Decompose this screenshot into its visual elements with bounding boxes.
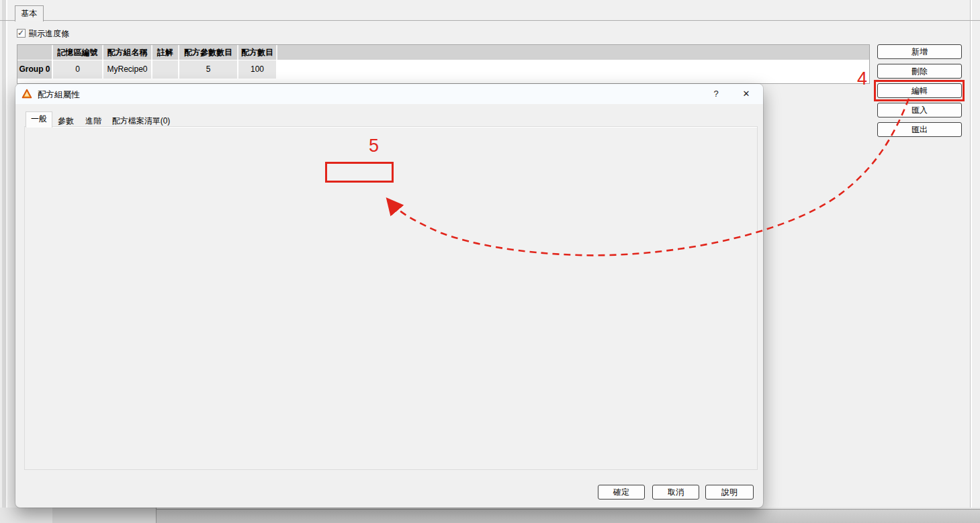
column-header: 註解 <box>152 45 179 60</box>
tab-advanced[interactable]: 進階 <box>81 113 105 126</box>
recipe-group-properties-dialog: 配方組屬性 ? ✕ 一般 參數 進階 配方檔案清單(0) 基本 群組名稱 MyR… <box>15 84 763 508</box>
bottom-shaded-area <box>157 510 980 523</box>
cancel-button[interactable]: 取消 <box>652 485 699 500</box>
flask-icon <box>21 89 32 99</box>
app-window: 基本 顯示進度條 記憶區編號 配方組名稱 註解 配方參數數目 配方數目 Grou… <box>0 0 980 523</box>
table-cell[interactable]: 5 <box>179 60 238 79</box>
window-bottom-strip <box>0 508 980 523</box>
window-left-highlight <box>6 0 7 523</box>
show-progress-checkbox[interactable] <box>17 29 26 38</box>
row-header-group0[interactable]: Group 0 <box>17 60 53 79</box>
ok-button[interactable]: 確定 <box>598 485 645 500</box>
tabstrip-divider <box>0 20 980 21</box>
tab-basic[interactable]: 基本 <box>15 5 44 21</box>
dialog-titlebar[interactable]: 配方組屬性 ? ✕ <box>15 84 763 104</box>
window-right-highlight <box>971 0 972 523</box>
highlight-box-backup-memory <box>325 162 394 183</box>
table-cell[interactable]: 0 <box>53 60 103 79</box>
bottom-cell <box>52 508 156 523</box>
highlight-box-edit-button <box>874 80 965 101</box>
column-header: 配方數目 <box>238 45 277 60</box>
annotation-step-5: 5 <box>369 137 379 155</box>
import-button[interactable]: 匯入 <box>877 103 962 117</box>
table-cell[interactable]: MyRecipe0 <box>103 60 152 79</box>
tab-general[interactable]: 一般 <box>26 111 52 128</box>
annotation-step-4: 4 <box>857 70 867 88</box>
help-caption-button[interactable]: ? <box>709 87 723 101</box>
help-button[interactable]: 說明 <box>705 485 754 500</box>
dialog-title: 配方組屬性 <box>38 89 80 101</box>
table-corner-header <box>17 45 53 60</box>
table-cell[interactable] <box>152 60 179 79</box>
column-header: 配方組名稱 <box>103 45 152 60</box>
column-header-filler <box>277 45 869 60</box>
close-icon[interactable]: ✕ <box>739 87 754 101</box>
tab-parameters[interactable]: 參數 <box>54 113 78 126</box>
table-cell[interactable]: 100 <box>238 60 277 79</box>
show-progress-label: 顯示進度條 <box>29 29 69 39</box>
export-button[interactable]: 匯出 <box>877 122 962 137</box>
recipe-group-table: 記憶區編號 配方組名稱 註解 配方參數數目 配方數目 Group 0 0 MyR… <box>17 44 870 84</box>
column-header: 記憶區編號 <box>53 45 103 60</box>
delete-button[interactable]: 刪除 <box>877 64 962 79</box>
column-header: 配方參數數目 <box>179 45 238 60</box>
add-button[interactable]: 新增 <box>877 44 962 59</box>
tab-recipe-files[interactable]: 配方檔案清單(0) <box>109 113 173 126</box>
